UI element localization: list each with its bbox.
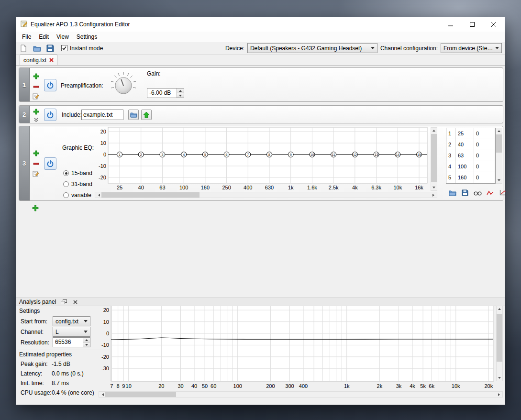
browse-file-icon[interactable] [128,110,139,120]
band-number-cell[interactable]: 2 [446,139,456,150]
radio-variable[interactable]: variable [63,192,91,199]
band-number-cell[interactable]: 4 [446,161,456,172]
radio-15-band[interactable]: 15-band [63,170,92,177]
band-freq-cell[interactable]: 100 [456,161,474,172]
normalize-response-icon[interactable] [498,188,507,197]
scroll-up-button[interactable] [497,306,502,312]
eq-vertical-scrollbar[interactable] [431,127,437,191]
device-combobox[interactable]: Default (Speakers - G432 Gaming Headset) [247,43,377,53]
band-number-cell[interactable]: 5 [446,172,456,183]
radio-31-band[interactable]: 31-band [63,181,92,188]
band-number-cell[interactable]: 3 [446,150,456,161]
expand-chevron-icon[interactable] [32,116,40,123]
instant-mode-toggle[interactable]: Instant mode [61,45,103,52]
new-file-icon[interactable] [18,44,29,53]
maximize-button[interactable] [462,17,483,32]
band-freq-cell[interactable]: 63 [456,150,474,161]
remove-filter-icon[interactable] [32,83,40,90]
channel-config-combobox[interactable]: From device (Stereo) [441,43,502,53]
scroll-thumb[interactable] [101,192,200,198]
band-freq-cell[interactable]: 25 [456,128,474,139]
minimize-button[interactable] [440,17,462,32]
menu-view[interactable]: View [53,32,73,42]
analysis-horizontal-scrollbar[interactable] [99,391,503,398]
scroll-thumb[interactable] [497,314,502,362]
svg-text:60: 60 [211,383,216,389]
scroll-down-button[interactable] [497,375,502,381]
save-file-icon[interactable] [45,44,55,53]
title-bar[interactable]: Equalizer APO 1.3 Configuration Editor [16,17,505,32]
include-file-input[interactable] [81,110,123,120]
band-gain-cell[interactable]: 0 [474,172,495,183]
analysis-graph[interactable]: 20100-10-20-3078910203040506010020030040… [99,306,496,391]
close-panel-icon[interactable] [71,298,79,305]
gain-knob[interactable] [110,71,137,100]
import-response-icon[interactable] [448,188,457,197]
scroll-thumb[interactable] [496,134,502,153]
filter-row-number[interactable]: 3 [19,126,30,200]
resolution-value[interactable]: 65536 [53,338,83,347]
eq-graph[interactable]: 20100-10-202540631001602504006301k1.6k2.… [95,127,431,191]
menu-file[interactable]: File [18,32,35,42]
scroll-left-button[interactable] [95,192,101,198]
svg-text:63: 63 [159,185,165,190]
power-toggle-button[interactable] [44,79,56,91]
close-button[interactable] [483,17,505,32]
analysis-panel-header[interactable]: Analysis panel [16,298,505,306]
instant-mode-checkbox[interactable] [61,45,67,51]
band-freq-cell[interactable]: 40 [456,139,474,150]
scroll-left-button[interactable] [99,392,105,398]
scroll-up-button[interactable] [496,128,502,134]
scroll-right-button[interactable] [431,192,437,198]
scroll-down-button[interactable] [431,185,437,190]
start-from-combobox[interactable]: config.txt [53,316,90,326]
add-filter-icon[interactable] [32,149,40,157]
channel-combobox[interactable]: L [53,327,90,337]
gain-spinbox[interactable]: -6.00 dB [147,88,184,98]
power-toggle-button[interactable] [44,157,56,170]
gain-value[interactable]: -6.00 dB [147,88,177,98]
power-toggle-button[interactable] [44,109,56,121]
append-filter-icon[interactable] [32,204,39,212]
tab-close-icon[interactable] [49,57,54,64]
view-response-icon[interactable] [473,189,482,197]
menu-settings[interactable]: Settings [73,32,101,42]
band-gain-cell[interactable]: 0 [474,161,495,172]
edit-comment-icon[interactable] [32,92,40,100]
add-filter-icon[interactable] [32,72,40,80]
band-gain-cell[interactable]: 0 [474,139,495,150]
export-response-icon[interactable] [460,188,469,197]
spin-down-button[interactable] [83,343,90,347]
filter-row-number[interactable]: 1 [19,68,30,101]
band-freq-cell[interactable]: 160 [456,172,474,183]
scroll-right-button[interactable] [497,392,502,398]
tab-config-txt[interactable]: config.txt [20,55,57,65]
add-filter-icon[interactable] [32,108,40,115]
settings-group-label: Settings [19,308,40,314]
scroll-thumb[interactable] [105,392,176,397]
spin-up-button[interactable] [177,88,184,93]
resolution-spinbox[interactable]: 65536 [53,337,90,347]
scroll-down-button[interactable] [496,177,502,183]
band-number-cell[interactable]: 1 [446,128,456,139]
scroll-up-button[interactable] [431,128,437,133]
svg-text:10: 10 [126,383,132,389]
edit-comment-icon[interactable] [32,170,40,177]
band-table-scrollbar[interactable] [496,128,502,184]
open-file-icon[interactable] [32,44,42,53]
eq-horizontal-scrollbar[interactable] [95,192,437,198]
remove-filter-icon[interactable] [32,160,40,167]
spin-down-button[interactable] [177,93,184,98]
invert-response-icon[interactable] [486,189,495,197]
band-gain-cell[interactable]: 0 [474,150,495,161]
svg-text:-20: -20 [101,354,109,360]
svg-text:1k: 1k [288,185,294,190]
analysis-vertical-scrollbar[interactable] [496,306,503,381]
open-included-file-icon[interactable] [141,110,152,120]
band-gain-cell[interactable]: 0 [474,128,495,139]
spin-up-button[interactable] [83,338,90,343]
menu-edit[interactable]: Edit [35,32,53,42]
filter-row-number[interactable]: 2 [19,106,30,123]
scroll-thumb[interactable] [431,134,437,182]
float-panel-icon[interactable] [60,298,67,305]
